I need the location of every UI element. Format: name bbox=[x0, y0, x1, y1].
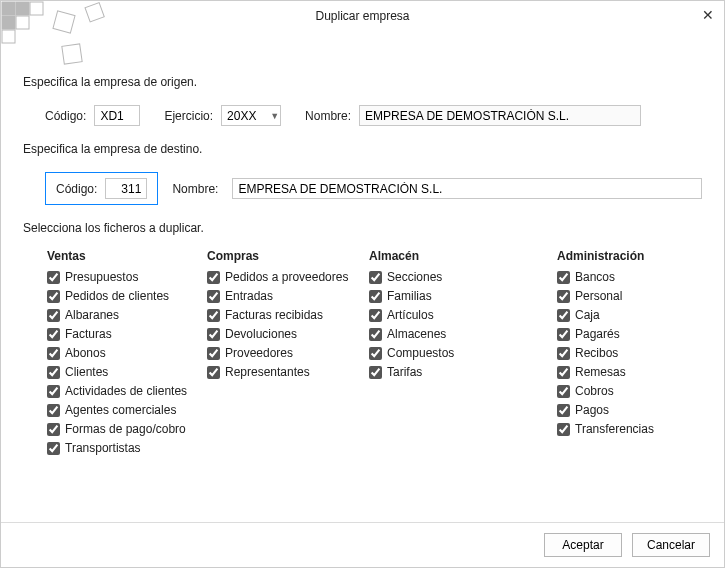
checkbox-item[interactable]: Recibos bbox=[557, 346, 697, 360]
checkbox-item[interactable]: Facturas recibidas bbox=[207, 308, 369, 322]
checkbox-label: Formas de pago/cobro bbox=[65, 422, 186, 436]
accept-button[interactable]: Aceptar bbox=[544, 533, 622, 557]
checkbox[interactable] bbox=[557, 309, 570, 322]
checkbox[interactable] bbox=[47, 385, 60, 398]
checkbox-label: Recibos bbox=[575, 346, 618, 360]
checkbox[interactable] bbox=[557, 366, 570, 379]
checkbox-label: Caja bbox=[575, 308, 600, 322]
checkbox-item[interactable]: Facturas bbox=[47, 327, 207, 341]
col-almacen-header: Almacén bbox=[369, 249, 557, 263]
source-codigo-field[interactable] bbox=[94, 105, 140, 126]
checkbox-item[interactable]: Pedidos a proveedores bbox=[207, 270, 369, 284]
dest-codigo-focusbox: Código: bbox=[45, 172, 158, 205]
checkbox-item[interactable]: Transferencias bbox=[557, 422, 697, 436]
col-compras-items: Pedidos a proveedoresEntradasFacturas re… bbox=[207, 270, 369, 379]
checkbox[interactable] bbox=[207, 290, 220, 303]
source-nombre-label: Nombre: bbox=[305, 109, 351, 123]
checkbox-item[interactable]: Bancos bbox=[557, 270, 697, 284]
checkbox-item[interactable]: Compuestos bbox=[369, 346, 557, 360]
dest-codigo-field[interactable] bbox=[105, 178, 147, 199]
col-admin-items: BancosPersonalCajaPagarésRecibosRemesasC… bbox=[557, 270, 697, 436]
checkbox-item[interactable]: Representantes bbox=[207, 365, 369, 379]
source-section: Especifica la empresa de origen. Código:… bbox=[23, 75, 702, 128]
checkbox-label: Clientes bbox=[65, 365, 108, 379]
checkbox[interactable] bbox=[557, 385, 570, 398]
checkbox-label: Compuestos bbox=[387, 346, 454, 360]
checkbox[interactable] bbox=[557, 404, 570, 417]
checkbox-label: Personal bbox=[575, 289, 622, 303]
col-almacen-items: SeccionesFamiliasArtículosAlmacenesCompu… bbox=[369, 270, 557, 379]
checkbox-label: Agentes comerciales bbox=[65, 403, 176, 417]
source-ejercicio-label: Ejercicio: bbox=[164, 109, 213, 123]
window-title: Duplicar empresa bbox=[315, 9, 409, 23]
files-heading: Selecciona los ficheros a duplicar. bbox=[23, 221, 702, 235]
checkbox-item[interactable]: Artículos bbox=[369, 308, 557, 322]
checkbox[interactable] bbox=[47, 404, 60, 417]
svg-rect-5 bbox=[2, 30, 15, 43]
checkbox[interactable] bbox=[557, 290, 570, 303]
checkbox[interactable] bbox=[47, 309, 60, 322]
checkbox-item[interactable]: Tarifas bbox=[369, 365, 557, 379]
checkbox-item[interactable]: Transportistas bbox=[47, 441, 207, 455]
dest-nombre-label: Nombre: bbox=[172, 182, 218, 196]
checkbox[interactable] bbox=[47, 328, 60, 341]
checkbox[interactable] bbox=[47, 271, 60, 284]
dest-nombre-field[interactable] bbox=[232, 178, 702, 199]
checkbox-item[interactable]: Personal bbox=[557, 289, 697, 303]
checkbox-item[interactable]: Actividades de clientes bbox=[47, 384, 207, 398]
checkbox-item[interactable]: Devoluciones bbox=[207, 327, 369, 341]
checkbox[interactable] bbox=[557, 423, 570, 436]
footer: Aceptar Cancelar bbox=[1, 522, 724, 567]
checkbox[interactable] bbox=[369, 328, 382, 341]
checkbox-label: Entradas bbox=[225, 289, 273, 303]
checkbox[interactable] bbox=[557, 271, 570, 284]
checkbox[interactable] bbox=[47, 442, 60, 455]
close-icon[interactable]: ✕ bbox=[702, 7, 714, 23]
checkbox[interactable] bbox=[207, 309, 220, 322]
checkbox-item[interactable]: Pedidos de clientes bbox=[47, 289, 207, 303]
cancel-button[interactable]: Cancelar bbox=[632, 533, 710, 557]
checkbox[interactable] bbox=[369, 347, 382, 360]
checkbox[interactable] bbox=[207, 328, 220, 341]
col-ventas-header: Ventas bbox=[47, 249, 207, 263]
checkbox-item[interactable]: Caja bbox=[557, 308, 697, 322]
checkbox[interactable] bbox=[47, 423, 60, 436]
checkbox-item[interactable]: Presupuestos bbox=[47, 270, 207, 284]
checkbox[interactable] bbox=[207, 271, 220, 284]
col-ventas: Ventas PresupuestosPedidos de clientesAl… bbox=[47, 249, 207, 455]
checkbox-item[interactable]: Entradas bbox=[207, 289, 369, 303]
checkbox[interactable] bbox=[557, 328, 570, 341]
checkbox[interactable] bbox=[47, 366, 60, 379]
dest-section: Especifica la empresa de destino. Código… bbox=[23, 142, 702, 207]
checkbox-item[interactable]: Remesas bbox=[557, 365, 697, 379]
checkbox-label: Representantes bbox=[225, 365, 310, 379]
checkbox-item[interactable]: Secciones bbox=[369, 270, 557, 284]
checkbox[interactable] bbox=[47, 290, 60, 303]
checkbox[interactable] bbox=[369, 309, 382, 322]
checkbox-item[interactable]: Formas de pago/cobro bbox=[47, 422, 207, 436]
checkbox[interactable] bbox=[47, 347, 60, 360]
checkbox-item[interactable]: Familias bbox=[369, 289, 557, 303]
checkbox-label: Presupuestos bbox=[65, 270, 138, 284]
checkbox[interactable] bbox=[369, 290, 382, 303]
checkbox-item[interactable]: Almacenes bbox=[369, 327, 557, 341]
checkbox-label: Pedidos de clientes bbox=[65, 289, 169, 303]
checkbox[interactable] bbox=[207, 366, 220, 379]
checkbox-item[interactable]: Pagos bbox=[557, 403, 697, 417]
checkbox-item[interactable]: Proveedores bbox=[207, 346, 369, 360]
checkbox-item[interactable]: Abonos bbox=[47, 346, 207, 360]
checkbox-item[interactable]: Clientes bbox=[47, 365, 207, 379]
source-nombre-field bbox=[359, 105, 641, 126]
checkbox-item[interactable]: Pagarés bbox=[557, 327, 697, 341]
checkbox-label: Transferencias bbox=[575, 422, 654, 436]
checkbox-label: Abonos bbox=[65, 346, 106, 360]
checkbox-item[interactable]: Cobros bbox=[557, 384, 697, 398]
checkbox[interactable] bbox=[369, 271, 382, 284]
checkbox[interactable] bbox=[369, 366, 382, 379]
checkbox-item[interactable]: Albaranes bbox=[47, 308, 207, 322]
checkbox-item[interactable]: Agentes comerciales bbox=[47, 403, 207, 417]
checkbox[interactable] bbox=[207, 347, 220, 360]
source-ejercicio-field[interactable] bbox=[221, 105, 281, 126]
checkbox[interactable] bbox=[557, 347, 570, 360]
source-codigo-label: Código: bbox=[45, 109, 86, 123]
